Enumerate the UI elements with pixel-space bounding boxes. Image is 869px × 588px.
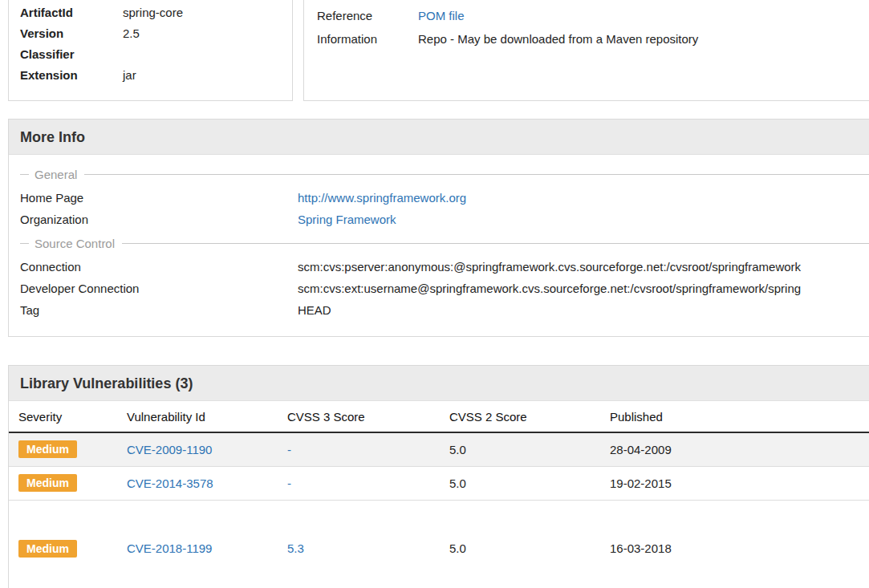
vulnerability-id-link[interactable]: CVE-2014-3578 [127, 476, 213, 490]
pom-file-link[interactable]: POM file [418, 4, 465, 27]
artifact-card: ArtifactId spring-core Version 2.5 Class… [8, 0, 293, 101]
table-row: Medium CVE-2018-1199 5.3 5.0 16-03-2018 [9, 500, 869, 588]
cvss3-score-link[interactable]: - [287, 443, 291, 456]
tag-value: HEAD [298, 299, 331, 321]
table-header-row: Severity Vulnerability Id CVSS 3 Score C… [9, 406, 869, 432]
artifact-field-row: Extension jar [20, 65, 292, 86]
more-info-panel: More Info General Home Page http://www.s… [8, 119, 869, 337]
vulnerabilities-title: Library Vulnerabilities (3) [9, 366, 869, 401]
table-row: Medium CVE-2009-1190 - 5.0 28-04-2009 [9, 432, 869, 466]
general-section-legend: General [20, 168, 869, 181]
classifier-label: Classifier [20, 44, 123, 65]
more-info-body: General Home Page http://www.springframe… [9, 155, 869, 321]
cvss2-score: 5.0 [440, 500, 600, 588]
information-label: Information [317, 27, 418, 51]
home-page-label: Home Page [20, 187, 298, 209]
organization-row: Organization Spring Framework [20, 209, 869, 230]
artifact-field-row: ArtifactId spring-core [20, 2, 292, 23]
cvss2-score: 5.0 [440, 466, 600, 500]
artifactid-value: spring-core [123, 2, 183, 23]
extension-value: jar [123, 65, 136, 86]
home-page-row: Home Page http://www.springframework.org [20, 187, 869, 209]
column-header-cvss3: CVSS 3 Score [278, 406, 440, 432]
vulnerability-id-link[interactable]: CVE-2018-1199 [127, 541, 212, 555]
tag-label: Tag [20, 299, 298, 321]
published-date: 16-03-2018 [600, 500, 869, 588]
column-header-vulnerability-id: Vulnerability Id [117, 406, 278, 432]
source-control-section-legend: Source Control [20, 237, 869, 250]
column-header-cvss2: CVSS 2 Score [440, 406, 600, 432]
organization-link[interactable]: Spring Framework [298, 209, 396, 230]
home-page-link[interactable]: http://www.springframework.org [298, 187, 466, 209]
vulnerability-id-link[interactable]: CVE-2009-1190 [127, 443, 212, 456]
severity-badge: Medium [18, 540, 77, 558]
information-row: Information Repo - May be downloaded fro… [317, 27, 869, 51]
artifact-field-row: Version 2.5 [20, 23, 292, 44]
more-info-title: More Info [9, 120, 869, 155]
extension-label: Extension [20, 65, 123, 86]
connection-value: scm:cvs:pserver:anonymous:@springframewo… [298, 256, 801, 278]
severity-badge: Medium [18, 440, 77, 458]
table-row: Medium CVE-2014-3578 - 5.0 19-02-2015 [9, 466, 869, 500]
cvss3-score-link[interactable]: - [287, 476, 291, 490]
cvss2-score: 5.0 [440, 432, 600, 466]
connection-label: Connection [20, 256, 298, 278]
organization-label: Organization [20, 209, 298, 230]
column-header-published: Published [600, 406, 869, 432]
version-label: Version [20, 23, 123, 44]
information-value: Repo - May be downloaded from a Maven re… [418, 27, 698, 51]
reference-label: Reference [317, 4, 418, 27]
artifact-field-row: Classifier [20, 44, 292, 65]
connection-row: Connection scm:cvs:pserver:anonymous:@sp… [20, 256, 869, 278]
developer-connection-label: Developer Connection [20, 278, 298, 299]
vulnerabilities-panel: Library Vulnerabilities (3) Severity Vul… [8, 365, 869, 588]
reference-row: Reference POM file [317, 4, 869, 27]
published-date: 19-02-2015 [600, 466, 869, 500]
vulnerabilities-table: Severity Vulnerability Id CVSS 3 Score C… [9, 406, 869, 588]
reference-card: Reference POM file Information Repo - Ma… [303, 0, 869, 101]
developer-connection-value: scm:cvs:ext:username@springframework.cvs… [298, 278, 801, 299]
published-date: 28-04-2009 [600, 432, 869, 466]
severity-badge: Medium [18, 474, 77, 492]
developer-connection-row: Developer Connection scm:cvs:ext:usernam… [20, 278, 869, 299]
tag-row: Tag HEAD [20, 299, 869, 321]
column-header-severity: Severity [9, 406, 117, 432]
artifactid-label: ArtifactId [20, 2, 123, 23]
version-value: 2.5 [123, 23, 140, 44]
cvss3-score-link[interactable]: 5.3 [287, 541, 304, 555]
